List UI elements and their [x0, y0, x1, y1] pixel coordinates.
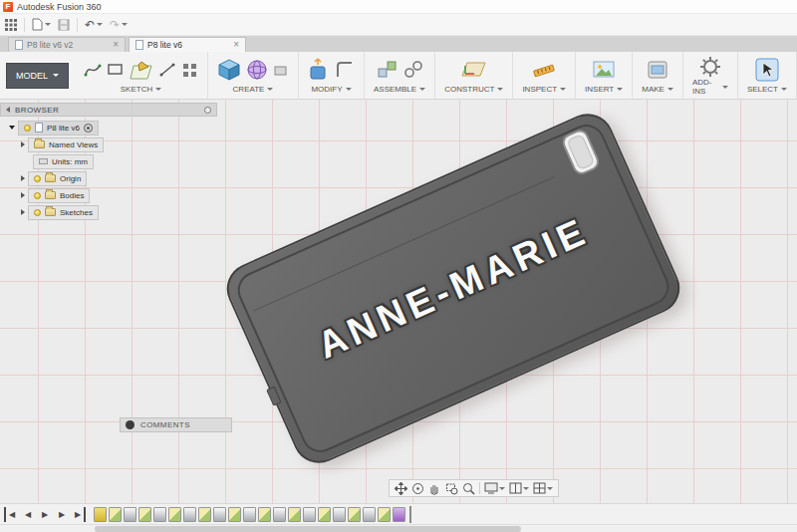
ribbon-group-label[interactable]: SELECT [747, 85, 787, 94]
construct-plane-button[interactable] [461, 59, 487, 81]
ribbon-group-label[interactable]: MODIFY [311, 85, 351, 94]
undo-button[interactable]: ↶ [85, 19, 103, 31]
ribbon-group-label[interactable]: SKETCH [121, 85, 161, 94]
folder-icon [45, 208, 56, 216]
timeline-feature-extrude-icon[interactable] [153, 507, 166, 522]
visibility-bulb-icon[interactable] [34, 192, 41, 199]
expand-arrow-icon[interactable] [21, 141, 25, 147]
ribbon-group-label[interactable]: MAKE [642, 85, 673, 94]
timeline-feature-sketch-icon[interactable] [109, 507, 122, 522]
timeline-step-forward-button[interactable]: ▶ [55, 507, 69, 522]
viewport-canvas[interactable]: ANNE-MARIE BROWSER P8 lite v6 [0, 100, 797, 503]
timeline-feature-sketch-icon[interactable] [138, 507, 151, 522]
ribbon-group-label[interactable]: CREATE [233, 85, 274, 94]
ribbon-group-label[interactable]: ASSEMBLE [374, 85, 425, 94]
view-navigation-bar [389, 479, 559, 497]
timeline-position-marker[interactable] [409, 506, 411, 523]
app-grid-button[interactable] [5, 19, 17, 31]
save-button[interactable] [58, 19, 70, 31]
expand-arrow-icon[interactable] [9, 126, 15, 130]
timeline-step-back-button[interactable]: ◀ [21, 507, 35, 522]
joint-button[interactable] [403, 60, 423, 80]
file-menu-button[interactable] [32, 18, 51, 31]
horizontal-scrollbar[interactable] [0, 524, 797, 532]
timeline-feature-extrude-icon[interactable] [213, 507, 226, 522]
timeline-feature-sketch-icon[interactable] [198, 507, 211, 522]
phone-case-model[interactable]: ANNE-MARIE [218, 106, 687, 471]
expand-arrow-icon[interactable] [21, 209, 25, 215]
tree-row-sketches[interactable]: Sketches [21, 205, 217, 219]
timeline-go-to-start-button[interactable]: ◀ [4, 507, 18, 522]
box-primitive-button[interactable] [273, 62, 289, 78]
press-pull-button[interactable] [308, 58, 330, 82]
form-button[interactable] [246, 59, 268, 81]
tree-row-root[interactable]: P8 lite v6 [9, 121, 217, 134]
insert-image-button[interactable] [593, 60, 615, 80]
tree-row-bodies[interactable]: Bodies [21, 188, 217, 202]
activate-component-icon[interactable] [84, 124, 93, 133]
timeline-feature-sketch-icon[interactable] [318, 507, 331, 522]
addins-button[interactable] [699, 56, 721, 78]
document-tab-active[interactable]: P8 lite v6 × [129, 37, 246, 52]
visibility-bulb-icon[interactable] [24, 125, 31, 132]
create-sketch-button[interactable] [130, 58, 153, 82]
orbit-button[interactable] [411, 482, 424, 495]
pan-hand-button[interactable] [428, 482, 441, 495]
redo-button[interactable]: ↷ [110, 19, 128, 31]
display-settings-button[interactable] [484, 482, 505, 494]
fillet-button[interactable] [335, 60, 355, 80]
pan-button[interactable] [395, 482, 407, 495]
timeline-feature-extrude-icon[interactable] [124, 507, 136, 522]
scrollbar-thumb[interactable] [95, 526, 521, 532]
timeline-feature-extrude-icon[interactable] [363, 507, 376, 522]
timeline-feature-extrude-icon[interactable] [183, 507, 196, 522]
browser-header[interactable]: BROWSER [0, 103, 217, 117]
measure-button[interactable] [532, 59, 556, 81]
ribbon-group-label[interactable]: ADD-INS [692, 78, 728, 96]
collapse-panel-icon[interactable] [6, 107, 10, 113]
line-tool-button[interactable] [158, 61, 176, 79]
visibility-bulb-icon[interactable] [34, 209, 41, 216]
timeline-go-to-end-button[interactable]: ▶ [72, 507, 86, 522]
timeline-feature-sketch-icon[interactable] [348, 507, 361, 522]
workspace-selector[interactable]: MODEL [6, 63, 69, 89]
document-tab-inactive[interactable]: P8 lite v6 v2 × [8, 37, 126, 52]
timeline-play-button[interactable]: ▶ [38, 507, 52, 522]
ribbon-group-label[interactable]: INSERT [585, 85, 623, 94]
timeline-feature-base-icon[interactable] [94, 507, 107, 522]
zoom-window-button[interactable] [445, 482, 458, 495]
spline-tool-button[interactable] [84, 61, 102, 79]
tree-row-origin[interactable]: Origin [21, 171, 217, 185]
select-button[interactable] [755, 58, 779, 82]
visibility-bulb-icon[interactable] [34, 175, 41, 182]
timeline-feature-sketch-icon[interactable] [228, 507, 241, 522]
new-component-button[interactable] [377, 59, 398, 81]
ribbon-group-label[interactable]: INSPECT [522, 85, 566, 94]
comments-bar[interactable]: COMMENTS [120, 417, 232, 432]
timeline-feature-extrude-icon[interactable] [303, 507, 316, 522]
browser-options-icon[interactable] [204, 107, 211, 114]
rectangle-tool-button[interactable] [107, 61, 125, 79]
pattern-tool-button[interactable] [181, 62, 198, 79]
timeline-feature-extrude-icon[interactable] [333, 507, 346, 522]
new-body-button[interactable] [217, 58, 241, 82]
layout-grid-button[interactable] [509, 482, 529, 494]
timeline-feature-sketch-icon[interactable] [288, 507, 301, 522]
make-button[interactable] [647, 59, 668, 81]
timeline-feature-sketch-icon[interactable] [258, 507, 271, 522]
timeline-feature-sketch-icon[interactable] [168, 507, 181, 522]
viewports-button[interactable] [533, 482, 553, 494]
expand-arrow-icon[interactable] [21, 175, 25, 181]
close-tab-icon[interactable]: × [113, 40, 119, 50]
tree-row-named-views[interactable]: Named Views [21, 137, 217, 151]
tree-row-units[interactable]: Units: mm [33, 154, 217, 168]
timeline-feature-extrude-icon[interactable] [243, 507, 256, 522]
timeline-feature-sketch-icon[interactable] [378, 507, 391, 522]
ribbon-group-label[interactable]: CONSTRUCT [444, 85, 503, 94]
tab-label: P8 lite v6 v2 [27, 40, 73, 50]
timeline-feature-extrude-icon[interactable] [273, 507, 286, 522]
timeline-feature-text-icon[interactable] [393, 507, 405, 522]
close-tab-icon[interactable]: × [233, 40, 239, 50]
expand-arrow-icon[interactable] [21, 192, 25, 198]
zoom-button[interactable] [462, 482, 475, 495]
